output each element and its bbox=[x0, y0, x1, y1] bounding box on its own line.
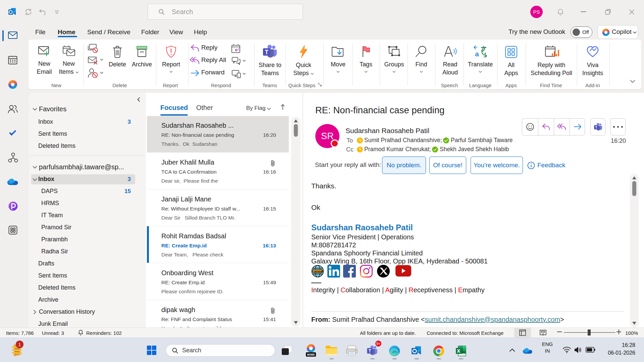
svg-text:M365: M365 bbox=[307, 353, 315, 356]
svg-text:a: a bbox=[475, 50, 479, 58]
svg-text:WWW: WWW bbox=[314, 269, 323, 273]
